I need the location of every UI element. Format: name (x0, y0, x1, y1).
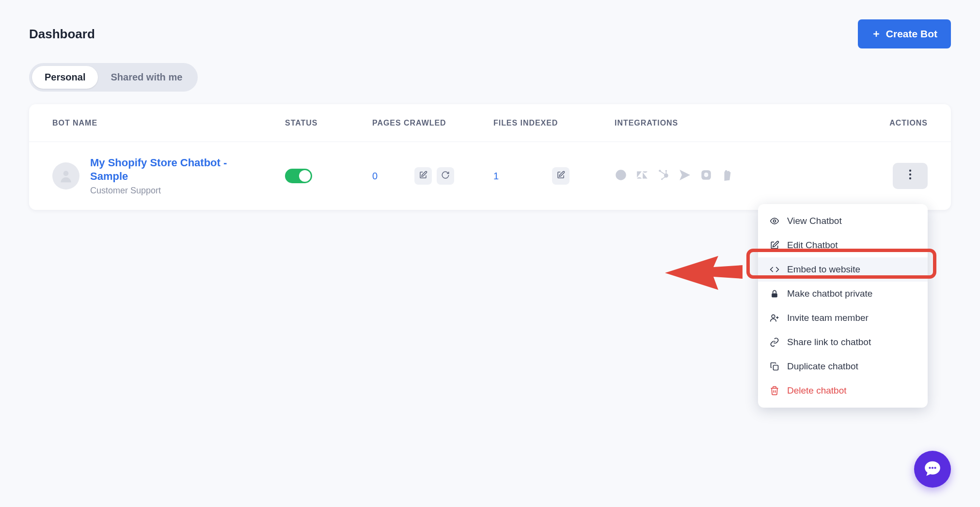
lock-icon (770, 289, 779, 299)
chat-bubble-icon (923, 459, 942, 479)
menu-label: Duplicate chatbot (787, 361, 858, 372)
menu-embed-to-website[interactable]: Embed to website (758, 257, 928, 282)
create-bot-label: Create Bot (886, 28, 937, 40)
svg-point-15 (772, 315, 775, 318)
th-status: STATUS (285, 119, 372, 127)
user-plus-icon (770, 313, 779, 323)
svg-point-21 (932, 467, 933, 469)
hubspot-icon[interactable] (657, 169, 670, 183)
menu-label: Share link to chatbot (787, 337, 871, 348)
svg-point-12 (909, 177, 911, 179)
tabs: Personal Shared with me (29, 63, 198, 92)
th-actions: ACTIONS (784, 119, 928, 127)
files-indexed-link[interactable]: 1 (493, 171, 499, 182)
plus-icon (871, 29, 881, 39)
svg-rect-14 (772, 293, 777, 297)
copy-icon (770, 362, 779, 371)
table-header: BOT NAME STATUS PAGES CRAWLED FILES INDE… (29, 104, 951, 142)
pages-crawled-link[interactable]: 0 (372, 171, 378, 182)
page-title: Dashboard (29, 27, 95, 42)
menu-edit-chatbot[interactable]: Edit Chatbot (758, 233, 928, 257)
menu-label: Make chatbot private (787, 288, 872, 299)
edit-files-button[interactable] (552, 167, 569, 185)
refresh-pages-button[interactable] (437, 167, 454, 185)
row-actions-button[interactable] (893, 163, 928, 189)
code-icon (770, 265, 779, 274)
refresh-icon (441, 171, 450, 181)
menu-view-chatbot[interactable]: View Chatbot (758, 209, 928, 233)
menu-label: Embed to website (787, 264, 860, 275)
send-icon[interactable] (679, 169, 691, 183)
menu-invite-team[interactable]: Invite team member (758, 306, 928, 330)
trash-icon (770, 386, 779, 396)
menu-label: Invite team member (787, 313, 869, 323)
table-row: My Shopify Store Chatbot - Sample Custom… (29, 142, 951, 210)
svg-point-2 (63, 171, 69, 176)
menu-share-link[interactable]: Share link to chatbot (758, 330, 928, 354)
avatar (52, 162, 79, 190)
menu-make-private[interactable]: Make chatbot private (758, 282, 928, 306)
pencil-square-icon (419, 171, 427, 181)
menu-label: Edit Chatbot (787, 240, 838, 251)
th-files: FILES INDEXED (493, 119, 615, 127)
eye-icon (770, 216, 779, 226)
th-pages: PAGES CRAWLED (372, 119, 493, 127)
actions-dropdown: View Chatbot Edit Chatbot Embed to websi… (758, 204, 928, 408)
github-icon[interactable] (700, 169, 712, 183)
menu-duplicate[interactable]: Duplicate chatbot (758, 354, 928, 379)
svg-rect-18 (774, 365, 778, 370)
pencil-square-icon (556, 171, 565, 181)
shopify-icon[interactable] (721, 169, 734, 183)
tab-shared[interactable]: Shared with me (98, 66, 195, 89)
svg-point-22 (934, 467, 936, 469)
integrations-cell (615, 169, 784, 183)
bot-name-link[interactable]: My Shopify Store Chatbot - Sample (90, 156, 250, 183)
menu-label: View Chatbot (787, 216, 842, 226)
link-icon (770, 337, 779, 347)
annotation-arrow (665, 254, 743, 294)
svg-point-10 (909, 170, 911, 172)
svg-point-13 (774, 220, 776, 222)
bot-list-card: BOT NAME STATUS PAGES CRAWLED FILES INDE… (29, 104, 951, 210)
tab-personal[interactable]: Personal (32, 66, 98, 89)
whatsapp-icon[interactable] (615, 169, 627, 183)
th-bot-name: BOT NAME (52, 119, 285, 127)
status-toggle[interactable] (285, 169, 312, 183)
chat-fab[interactable] (914, 451, 951, 488)
pencil-square-icon (770, 240, 779, 250)
bot-subtitle: Customer Support (90, 186, 250, 196)
svg-marker-19 (665, 256, 743, 290)
menu-delete[interactable]: Delete chatbot (758, 379, 928, 403)
svg-point-20 (929, 467, 931, 469)
svg-point-11 (909, 174, 911, 175)
zendesk-icon[interactable] (636, 169, 648, 183)
create-bot-button[interactable]: Create Bot (858, 19, 951, 48)
svg-point-3 (616, 170, 626, 180)
edit-pages-button[interactable] (414, 167, 432, 185)
more-vertical-icon (909, 169, 912, 183)
menu-label: Delete chatbot (787, 385, 847, 396)
th-integrations: INTEGRATIONS (615, 119, 784, 127)
